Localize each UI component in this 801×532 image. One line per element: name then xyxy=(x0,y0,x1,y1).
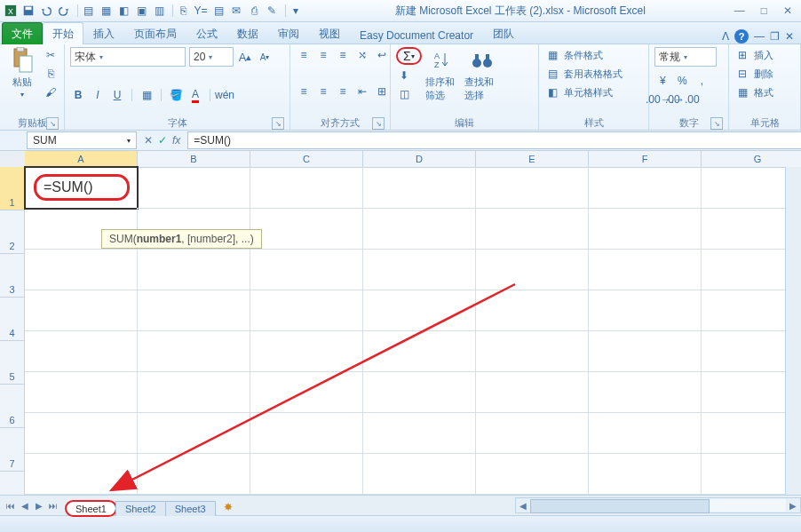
cut-icon[interactable]: ✂ xyxy=(43,47,59,63)
qat-icon-6[interactable]: ⎘ xyxy=(176,4,190,18)
qat-icon-5[interactable]: ▥ xyxy=(152,4,166,18)
dialog-launcher-icon[interactable]: ↘ xyxy=(46,117,59,130)
cell[interactable] xyxy=(250,208,363,250)
cell[interactable] xyxy=(250,167,363,209)
minimize-button[interactable]: — xyxy=(734,4,745,17)
cell[interactable] xyxy=(476,453,589,495)
cancel-formula-button[interactable]: ✕ xyxy=(144,134,153,147)
underline-button[interactable]: U xyxy=(109,87,125,103)
new-sheet-button[interactable]: ✸ xyxy=(218,499,238,515)
cell[interactable] xyxy=(25,412,138,454)
cell[interactable] xyxy=(476,290,589,331)
cell[interactable] xyxy=(363,208,476,250)
align-top-icon[interactable]: ≡ xyxy=(296,47,312,63)
row-header-5[interactable]: 5 xyxy=(0,341,25,385)
col-header-g[interactable]: G xyxy=(702,151,801,168)
qat-icon-2[interactable]: ▦ xyxy=(99,4,113,18)
cell[interactable] xyxy=(25,453,138,495)
copy-icon[interactable]: ⎘ xyxy=(43,66,59,82)
grow-font-icon[interactable]: A▴ xyxy=(237,49,253,65)
cell[interactable] xyxy=(363,453,476,495)
col-header-d[interactable]: D xyxy=(363,151,476,168)
row-header-1[interactable]: 1 xyxy=(0,167,25,210)
cell[interactable] xyxy=(363,330,476,372)
fill-color-icon[interactable]: 🪣 xyxy=(168,87,184,103)
qat-icon-11[interactable]: ✎ xyxy=(265,4,279,18)
cell[interactable] xyxy=(589,208,702,250)
vertical-scrollbar[interactable] xyxy=(785,167,801,495)
tab-team[interactable]: 团队 xyxy=(483,22,524,44)
cell[interactable] xyxy=(476,167,589,209)
sheet-nav-prev-icon[interactable]: ◀ xyxy=(18,498,32,512)
align-right-icon[interactable]: ≡ xyxy=(335,83,351,99)
qat-dropdown-icon[interactable]: ▾ xyxy=(289,4,303,18)
dialog-launcher-icon[interactable]: ↘ xyxy=(710,117,723,130)
cell[interactable] xyxy=(363,249,476,290)
cell[interactable] xyxy=(138,167,250,209)
format-cells-icon[interactable]: ▦ xyxy=(734,84,750,100)
row-header-6[interactable]: 6 xyxy=(0,385,25,428)
cell[interactable] xyxy=(138,371,250,413)
cell[interactable] xyxy=(138,412,250,454)
tab-data[interactable]: 数据 xyxy=(227,22,268,44)
scroll-thumb[interactable] xyxy=(530,499,710,513)
ribbon-minimize-icon[interactable]: ᐱ xyxy=(722,30,729,43)
dialog-launcher-icon[interactable]: ↘ xyxy=(372,117,385,130)
align-left-icon[interactable]: ≡ xyxy=(296,83,312,99)
scroll-right-icon[interactable]: ▶ xyxy=(786,498,800,512)
cell[interactable] xyxy=(250,330,363,372)
close-button[interactable]: ✕ xyxy=(783,4,792,17)
find-select-button[interactable]: 查找和选择 xyxy=(464,47,500,102)
save-icon[interactable] xyxy=(21,4,36,18)
comma-icon[interactable]: , xyxy=(694,73,710,89)
conditional-format-label[interactable]: 条件格式 xyxy=(564,49,603,62)
table-format-label[interactable]: 套用表格格式 xyxy=(564,67,623,81)
horizontal-scrollbar[interactable]: ◀ ▶ xyxy=(515,497,801,513)
cell[interactable] xyxy=(138,330,250,372)
sort-filter-button[interactable]: AZ 排序和筛选 xyxy=(425,47,461,102)
cell[interactable] xyxy=(589,249,702,290)
row-header-2[interactable]: 2 xyxy=(0,210,25,254)
col-header-f[interactable]: F xyxy=(589,151,702,168)
sheet-nav-last-icon[interactable]: ⏭ xyxy=(46,498,60,512)
accept-formula-button[interactable]: ✓ xyxy=(158,134,167,147)
cell[interactable] xyxy=(589,330,702,372)
clear-icon[interactable]: ◫ xyxy=(396,86,412,102)
qat-icon-10[interactable]: ⎙ xyxy=(247,4,261,18)
delete-cells-label[interactable]: 删除 xyxy=(754,67,773,81)
cell[interactable] xyxy=(476,330,589,372)
conditional-format-icon[interactable]: ▦ xyxy=(544,47,560,63)
undo-icon[interactable] xyxy=(39,4,53,18)
sheet-tab-3[interactable]: Sheet3 xyxy=(165,501,216,516)
cell-styles-icon[interactable]: ◧ xyxy=(544,84,560,100)
wrap-text-icon[interactable]: ↩ xyxy=(374,47,390,63)
font-name-combo[interactable]: 宋体▾ xyxy=(70,47,186,67)
cell[interactable] xyxy=(363,412,476,454)
row-header-3[interactable]: 3 xyxy=(0,254,25,298)
qat-icon-8[interactable]: ▤ xyxy=(211,4,226,18)
tab-formulas[interactable]: 公式 xyxy=(186,22,227,44)
tab-insert[interactable]: 插入 xyxy=(83,22,124,44)
qat-icon-9[interactable]: ✉ xyxy=(229,4,243,18)
col-header-c[interactable]: C xyxy=(250,151,363,168)
qat-icon-4[interactable]: ▣ xyxy=(134,4,148,18)
cell[interactable] xyxy=(138,453,250,495)
cell[interactable] xyxy=(589,167,702,209)
tab-file[interactable]: 文件 xyxy=(2,22,43,44)
paste-button[interactable]: 粘贴 ▾ xyxy=(5,47,39,99)
orientation-icon[interactable]: ⤭ xyxy=(354,47,370,63)
qat-icon-1[interactable]: ▤ xyxy=(81,4,95,18)
italic-button[interactable]: I xyxy=(90,87,106,103)
font-size-combo[interactable]: 20▾ xyxy=(189,47,234,67)
align-bottom-icon[interactable]: ≡ xyxy=(335,47,351,63)
table-format-icon[interactable]: ▤ xyxy=(544,66,560,82)
currency-icon[interactable]: ¥ xyxy=(654,73,670,89)
cell[interactable] xyxy=(250,249,363,290)
delete-cells-icon[interactable]: ⊟ xyxy=(734,66,750,82)
cell[interactable] xyxy=(250,371,363,413)
tab-layout[interactable]: 页面布局 xyxy=(124,22,186,44)
merge-cells-icon[interactable]: ⊞ xyxy=(374,83,390,99)
percent-icon[interactable]: % xyxy=(674,73,690,89)
cell[interactable] xyxy=(476,208,589,250)
cell[interactable] xyxy=(589,412,702,454)
